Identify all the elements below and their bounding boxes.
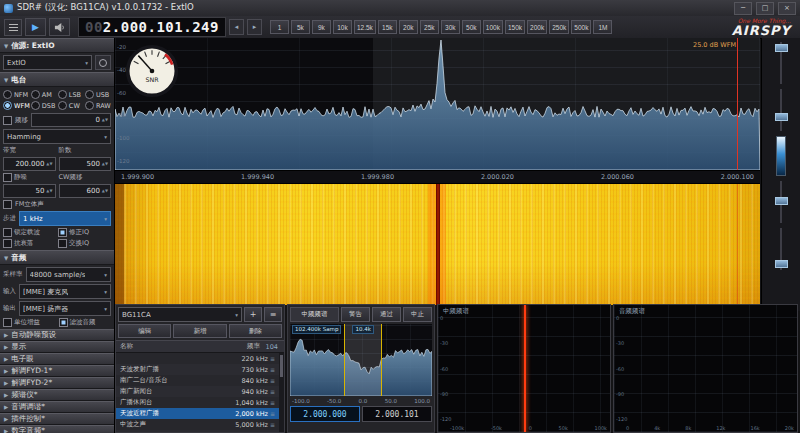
- center-frequency-readout[interactable]: 2.000.000: [290, 406, 360, 422]
- step-button[interactable]: 9k: [312, 20, 331, 34]
- if-spectrum-scope[interactable]: [438, 305, 610, 432]
- range-slider[interactable]: [774, 228, 788, 270]
- mode-usb[interactable]: USB: [85, 90, 111, 99]
- list-item[interactable]: 220 kHz≡: [116, 353, 279, 364]
- panel-eye[interactable]: ▶电子眼: [0, 353, 114, 365]
- vfo-tuning-line[interactable]: [737, 38, 738, 170]
- lock-carrier-checkbox[interactable]: [3, 228, 12, 237]
- list-view-button[interactable]: ≡: [264, 307, 282, 322]
- panel-plugin-control[interactable]: ▶插件控制*: [0, 413, 114, 425]
- panel-spectrum-analyzer[interactable]: ▶频谱仪*: [0, 389, 114, 401]
- audio-input-dropdown[interactable]: [MME] 麦克风▾: [19, 284, 111, 299]
- shift-checkbox[interactable]: [3, 116, 12, 125]
- close-button[interactable]: ×: [778, 2, 796, 15]
- filter-audio-checkbox[interactable]: [59, 318, 68, 327]
- frequency-display[interactable]: 002.000.101.249: [78, 17, 226, 37]
- filter-edge-left[interactable]: [344, 324, 345, 396]
- anti-fading-checkbox[interactable]: [3, 239, 12, 248]
- step-button[interactable]: 20k: [399, 20, 418, 34]
- if-panel-tab[interactable]: 中频频谱: [290, 307, 339, 322]
- list-item-selected[interactable]: 天波近程广播2,000 kHz≡: [116, 408, 279, 419]
- if-mini-spectrum[interactable]: 102.400k Samp 10.4k: [290, 324, 432, 396]
- row-menu-icon[interactable]: ≡: [268, 388, 277, 395]
- list-item[interactable]: 南广新闻台940 kHz≡: [116, 386, 279, 397]
- row-menu-icon[interactable]: ≡: [268, 355, 277, 362]
- audio-spectrum-scope[interactable]: [614, 305, 797, 432]
- panel-digital-audio[interactable]: ▶数字音频*: [0, 425, 114, 433]
- group-dropdown[interactable]: BG11CA ▾: [118, 307, 242, 322]
- panel-audio[interactable]: ▼ 音频: [0, 250, 114, 265]
- spectrum-display[interactable]: -20-40-60-80-100-120 25.0 dB WFM SNR: [115, 38, 760, 171]
- waterfall-display[interactable]: [115, 184, 760, 305]
- shift-field[interactable]: 0▲▼: [31, 113, 111, 127]
- swap-iq-checkbox[interactable]: [58, 239, 67, 248]
- mute-button[interactable]: [49, 18, 70, 36]
- minimize-button[interactable]: ─: [734, 2, 752, 15]
- row-menu-icon[interactable]: ≡: [268, 421, 277, 428]
- step-button[interactable]: 1: [270, 20, 289, 34]
- step-button[interactable]: 15k: [378, 20, 397, 34]
- step-button[interactable]: 25k: [420, 20, 439, 34]
- maximize-button[interactable]: □: [756, 2, 774, 15]
- list-item[interactable]: 广播休闲台1,040 kHz≡: [116, 397, 279, 408]
- new-button[interactable]: 新增: [173, 324, 226, 338]
- list-item[interactable]: 中波之声5,000 kHz≡: [116, 419, 279, 430]
- mode-dsb[interactable]: DSB: [31, 101, 57, 110]
- list-item[interactable]: 南广二台/音乐台840 kHz≡: [116, 375, 279, 386]
- audio-output-dropdown[interactable]: [MME] 扬声器▾: [19, 301, 111, 316]
- squelch-checkbox[interactable]: [3, 173, 12, 182]
- mode-nfm[interactable]: NFM: [3, 90, 30, 99]
- if-panel-button-2[interactable]: 通过: [372, 307, 401, 322]
- tune-down-button[interactable]: ◂: [229, 19, 244, 35]
- filter-passband-region[interactable]: [344, 324, 381, 396]
- source-config-button[interactable]: [95, 55, 111, 70]
- list-item[interactable]: 天波发射广播730 kHz≡: [116, 364, 279, 375]
- contrast-slider[interactable]: [774, 89, 788, 131]
- step-button[interactable]: 250k: [549, 20, 569, 34]
- mode-cw[interactable]: CW: [58, 101, 84, 110]
- zoom-slider[interactable]: [774, 42, 788, 84]
- offset-slider[interactable]: [774, 181, 788, 223]
- edit-button[interactable]: 编辑: [118, 324, 171, 338]
- step-button[interactable]: 12.5k: [354, 20, 376, 34]
- panel-radio[interactable]: ▼ 电台: [0, 72, 114, 87]
- row-menu-icon[interactable]: ≡: [268, 366, 277, 373]
- order-field[interactable]: 500▲▼: [59, 157, 112, 171]
- fm-stereo-checkbox[interactable]: [3, 200, 12, 209]
- if-panel-button-1[interactable]: 警告: [341, 307, 370, 322]
- squelch-field[interactable]: 50▲▼: [3, 184, 56, 198]
- row-menu-icon[interactable]: ≡: [268, 377, 277, 384]
- unity-gain-checkbox[interactable]: [3, 318, 12, 327]
- mode-am[interactable]: AM: [31, 90, 57, 99]
- correct-iq-checkbox[interactable]: [58, 228, 67, 237]
- step-button[interactable]: 150k: [505, 20, 525, 34]
- panel-source[interactable]: ▼ 信源: ExtIO: [0, 38, 114, 53]
- panel-agc-presets[interactable]: ▶自动静噪预设: [0, 329, 114, 341]
- step-button[interactable]: 5k: [291, 20, 310, 34]
- bandwidth-field[interactable]: 200.000▲▼: [3, 157, 56, 171]
- menu-button[interactable]: [4, 19, 22, 36]
- row-menu-icon[interactable]: ≡: [268, 399, 277, 406]
- tune-up-button[interactable]: ▸: [247, 19, 262, 35]
- samplerate-dropdown[interactable]: 48000 sample/s▾: [26, 267, 112, 282]
- step-button[interactable]: 1M: [593, 20, 612, 34]
- mode-raw[interactable]: RAW: [85, 101, 111, 110]
- cw-shift-field[interactable]: 600▲▼: [59, 184, 112, 198]
- step-button[interactable]: 50k: [462, 20, 481, 34]
- list-item[interactable]: CNR-16,100 kHz≡: [116, 430, 279, 432]
- step-button[interactable]: 100k: [483, 20, 503, 34]
- panel-display[interactable]: ▶显示: [0, 341, 114, 353]
- row-menu-icon[interactable]: ≡: [268, 410, 277, 417]
- step-button[interactable]: 200k: [527, 20, 547, 34]
- mode-wfm[interactable]: WFM: [3, 101, 30, 110]
- panel-tone-tuning[interactable]: ▶音调调谐*: [0, 401, 114, 413]
- step-button[interactable]: 30k: [441, 20, 460, 34]
- filter-edge-right[interactable]: [381, 324, 382, 396]
- play-button[interactable]: ▶: [25, 18, 46, 36]
- panel-fyd1[interactable]: ▶解调FYD-1*: [0, 365, 114, 377]
- step-button[interactable]: 500k: [571, 20, 591, 34]
- source-device-dropdown[interactable]: ExtIO ▾: [3, 55, 92, 70]
- add-entry-button[interactable]: +: [244, 307, 262, 322]
- delete-button[interactable]: 删除: [229, 324, 282, 338]
- step-button[interactable]: 10k: [333, 20, 352, 34]
